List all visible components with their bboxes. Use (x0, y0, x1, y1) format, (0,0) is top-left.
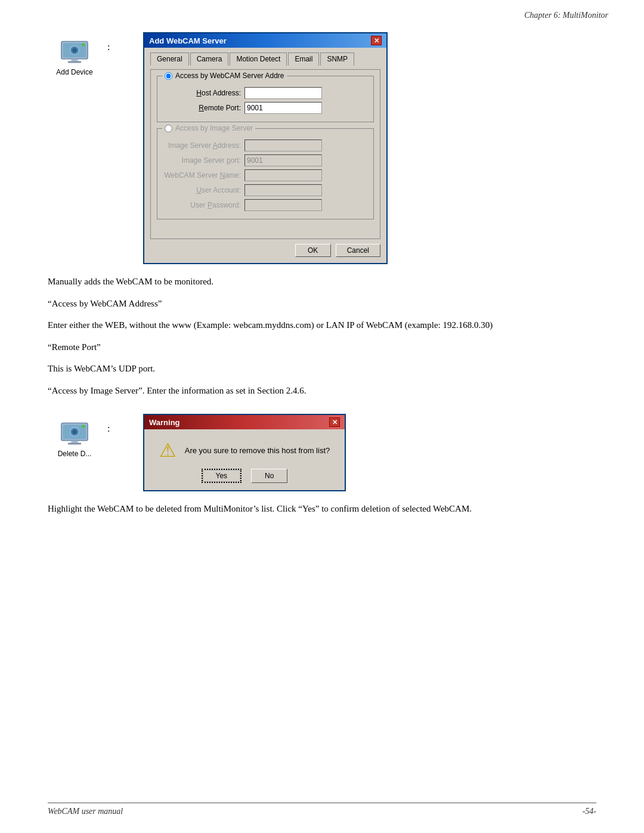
desc-para-6: “Access by Image Server”. Enter the info… (48, 384, 596, 398)
add-webcam-title-text: Add WebCAM Server (149, 36, 227, 45)
image-server-address-input (244, 140, 322, 151)
remote-port-label: Remote Port: (163, 104, 241, 112)
svg-point-10 (72, 429, 76, 433)
cancel-button[interactable]: Cancel (336, 244, 380, 257)
tab-snmp[interactable]: SNMP (320, 52, 354, 66)
svg-point-6 (82, 43, 85, 47)
webcam-server-group: Access by WebCAM Server Addre Host Addre… (157, 76, 374, 122)
desc-para-1: Manually adds the WebCAM to be monitored… (48, 275, 596, 289)
delete-device-description: Highlight the WebCAM to be deleted from … (48, 502, 596, 516)
delete-device-label: Delete D... (58, 450, 92, 458)
chapter-title: Chapter 6: MultiMonitor (524, 11, 608, 20)
svg-point-13 (82, 425, 85, 428)
user-password-input (244, 199, 322, 211)
access-webcam-radio[interactable] (165, 72, 172, 80)
svg-rect-5 (68, 61, 81, 63)
desc-para-3: Enter either the WEB, without the www (E… (48, 318, 596, 332)
host-address-input[interactable] (244, 87, 322, 99)
warning-message: Are you sure to remove this host from li… (185, 446, 330, 455)
warning-dialog: Warning ✕ ⚠ Are you sure to remove this … (143, 414, 346, 491)
desc-para-4: “Remote Port” (48, 340, 596, 354)
add-device-icon-col: Add Device : (48, 32, 143, 76)
ok-button[interactable]: OK (295, 244, 331, 257)
add-webcam-close-button[interactable]: ✕ (371, 36, 382, 45)
yes-button[interactable]: Yes (202, 469, 242, 483)
host-address-label: Host Address: (163, 89, 241, 97)
delete-device-button[interactable]: Delete D... (48, 419, 101, 458)
image-server-legend: Access by Image Server (162, 124, 255, 135)
tab-motion-detect[interactable]: Motion Detect (230, 52, 287, 66)
warning-buttons: Yes No (202, 469, 288, 483)
webcam-server-legend: Access by WebCAM Server Addre (162, 72, 287, 82)
add-webcam-title-bar: Add WebCAM Server ✕ (144, 33, 386, 48)
webcam-server-name-row: WebCAM Server Name: (163, 169, 367, 181)
add-webcam-buttons: OK Cancel (150, 244, 380, 257)
warning-title-text: Warning (149, 418, 180, 427)
warning-body: ⚠ Are you sure to remove this host from … (144, 429, 345, 490)
add-webcam-dialog: Add WebCAM Server ✕ General Camera Motio… (143, 32, 388, 264)
access-webcam-label: Access by WebCAM Server Addre (175, 72, 284, 80)
tab-email[interactable]: Email (288, 52, 319, 66)
user-account-label: User Account: (163, 186, 241, 194)
add-device-icon (60, 37, 89, 66)
access-image-radio[interactable] (165, 125, 172, 132)
no-button[interactable]: No (251, 469, 287, 483)
image-server-port-row: Image Server port: (163, 154, 367, 166)
svg-rect-12 (68, 443, 81, 445)
image-server-port-input (244, 154, 322, 166)
spacer1 (157, 225, 374, 233)
image-server-address-label: Image Server Address: (163, 141, 241, 150)
warning-message-row: ⚠ Are you sure to remove this host from … (159, 439, 330, 462)
user-account-input (244, 184, 322, 196)
webcam-server-name-input (244, 169, 322, 181)
remote-port-input[interactable] (244, 102, 322, 114)
footer-left: WebCAM user manual (48, 807, 123, 816)
delete-desc-para-1: Highlight the WebCAM to be deleted from … (48, 502, 596, 516)
delete-device-icon-col: Delete D... : (48, 414, 143, 458)
warning-close-button[interactable]: ✕ (329, 417, 340, 427)
webcam-server-radio-row: Access by WebCAM Server Addre (165, 72, 284, 80)
remote-port-row: Remote Port: (163, 102, 367, 114)
warning-title-bar: Warning ✕ (144, 415, 345, 429)
page-footer: WebCAM user manual -54- (48, 803, 596, 816)
image-server-fields: Image Server Address: Image Server port: (163, 140, 367, 211)
footer-right: -54- (583, 807, 596, 816)
page-header: Chapter 6: MultiMonitor (0, 0, 644, 20)
webcam-server-name-label: WebCAM Server Name: (163, 171, 241, 179)
image-server-address-row: Image Server Address: (163, 140, 367, 151)
svg-rect-11 (71, 441, 78, 443)
delete-device-main: Delete D... : Warning ✕ ⚠ Are you sure t… (48, 414, 596, 491)
webcam-server-fields: Host Address: Remote Port: (163, 87, 367, 114)
tab-general[interactable]: General (150, 52, 189, 66)
image-server-group: Access by Image Server Image Server Addr… (157, 128, 374, 219)
add-device-button[interactable]: Add Device (48, 37, 101, 76)
general-tab-panel: Access by WebCAM Server Addre Host Addre… (150, 69, 380, 239)
image-server-radio-row: Access by Image Server (165, 124, 253, 132)
svg-rect-4 (71, 59, 78, 61)
add-webcam-body: General Camera Motion Detect Email SNMP (144, 48, 386, 263)
add-device-label: Add Device (56, 68, 92, 76)
delete-device-icon (60, 419, 89, 447)
desc-para-2: “Access by WebCAM Address” (48, 297, 596, 311)
user-password-label: User Password: (163, 201, 241, 209)
delete-device-colon: : (107, 423, 110, 434)
tab-camera[interactable]: Camera (190, 52, 229, 66)
add-device-main: Add Device : Add WebCAM Server ✕ General… (48, 32, 596, 264)
user-password-row: User Password: (163, 199, 367, 211)
delete-device-section: Delete D... : Warning ✕ ⚠ Are you sure t… (48, 414, 596, 516)
add-device-colon: : (107, 42, 110, 52)
add-device-description: Manually adds the WebCAM to be monitored… (48, 275, 596, 397)
warning-icon: ⚠ (159, 439, 177, 462)
user-account-row: User Account: (163, 184, 367, 196)
add-webcam-tabs: General Camera Motion Detect Email SNMP (150, 52, 380, 66)
svg-point-3 (72, 48, 76, 52)
access-image-label: Access by Image Server (175, 124, 253, 132)
add-device-section: Add Device : Add WebCAM Server ✕ General… (48, 32, 596, 397)
host-address-row: Host Address: (163, 87, 367, 99)
image-server-port-label: Image Server port: (163, 156, 241, 165)
desc-para-5: This is WebCAM’s UDP port. (48, 362, 596, 376)
